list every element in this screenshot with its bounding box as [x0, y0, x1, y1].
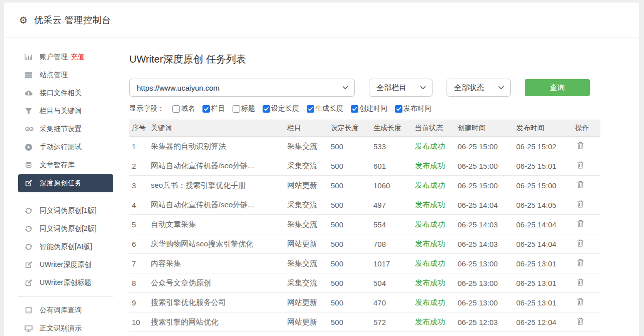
checkbox-checked-icon [263, 105, 270, 113]
table-row: 10搜索引擎的网站优化网站更新500572发布成功06-25 12:0306-2… [129, 312, 600, 332]
sidebar-item-深度原创任务[interactable]: 深度原创任务 [18, 174, 113, 192]
cell-category: 采集交流 [285, 254, 328, 273]
cell-published: 06-25 14:05 [514, 195, 573, 215]
cell-created: 06-25 15:00 [455, 137, 514, 156]
delete-task-button[interactable] [576, 200, 584, 210]
cell-status: 发布成功 [412, 195, 455, 215]
cell-actions [573, 293, 600, 312]
cell-published: 06-25 14:04 [514, 234, 573, 254]
sidebar-item-label: 公有词库查询 [40, 306, 82, 315]
cell-no: 1 [129, 137, 148, 156]
sidebar-item-label: 栏目与关键词 [40, 107, 82, 116]
cell-no: 7 [129, 254, 148, 273]
cell-set_len: 500 [328, 293, 371, 312]
status-select[interactable]: 全部状态 [447, 79, 511, 97]
sidebar-item-栏目与关键词[interactable]: 栏目与关键词 [18, 102, 113, 120]
sidebar-item-文章暂存库[interactable]: 文章暂存库 [18, 156, 113, 174]
delete-task-button[interactable] [576, 141, 584, 151]
delete-task-button[interactable] [576, 297, 584, 307]
cell-keyword: 内容采集 [148, 254, 285, 273]
sidebar-item-账户管理[interactable]: 账户管理充值 [18, 48, 113, 66]
column-header-创建时间: 创建时间 [455, 120, 514, 137]
edit-icon [24, 261, 33, 269]
refresh-icon [24, 243, 33, 251]
monitor-icon [24, 324, 33, 333]
database-icon [24, 161, 33, 170]
delete-task-button[interactable] [576, 180, 584, 190]
table-row: 1采集器的自动识别算法采集交流500533发布成功06-25 15:0006-2… [129, 137, 600, 156]
trash-icon [576, 297, 584, 307]
field-checkbox-设定长度[interactable]: 设定长度 [263, 104, 299, 113]
sidebar-item-手动运行测试[interactable]: 手动运行测试 [18, 138, 113, 156]
cell-published: 06-25 15:01 [514, 156, 573, 176]
delete-task-button[interactable] [576, 317, 584, 327]
table-row: 3seo兵书：搜索引擎优化手册网站更新5001060发布成功06-25 15:0… [129, 176, 600, 195]
trash-icon [576, 219, 584, 229]
book-icon [24, 306, 33, 315]
sidebar-item-正文识别演示[interactable]: 正文识别演示 [18, 319, 113, 336]
cell-no: 10 [129, 312, 148, 332]
sidebar-item-同义词伪原创[1版][interactable]: 同义词伪原创[1版] [18, 202, 113, 220]
category-select-value: 全部栏目 [376, 83, 406, 93]
field-checkbox-label: 标题 [241, 104, 255, 113]
cell-gen_len: 497 [371, 195, 412, 215]
cell-category: 网站更新 [285, 234, 328, 254]
edit-icon [24, 179, 33, 188]
trash-icon [576, 200, 584, 210]
main-content: UWriter深度原创 任务列表 https://www.ucaiyun.com… [124, 38, 639, 336]
cell-gen_len: 533 [371, 137, 412, 156]
sidebar-item-label: 同义词伪原创[2版] [40, 224, 97, 233]
delete-task-button[interactable] [576, 239, 584, 249]
cell-status: 发布成功 [412, 176, 455, 195]
delete-task-button[interactable] [576, 258, 584, 268]
table-row: 2网站自动化宣传机器/seo外链...采集交流500601发布成功06-25 1… [129, 156, 600, 176]
column-header-当前状态: 当前状态 [412, 120, 455, 137]
cell-created: 06-25 14:03 [455, 215, 514, 234]
sidebar-item-label: 同义词伪原创[1版] [40, 206, 97, 215]
cell-set_len: 500 [328, 156, 371, 176]
sidebar-item-智能伪原创[AI版][interactable]: 智能伪原创[AI版] [18, 238, 113, 256]
field-checkbox-label: 发布时间 [403, 104, 432, 113]
sidebar-item-label: UWriter原创标题 [40, 278, 91, 287]
field-checkbox-list: 域名栏目标题设定长度生成长度创建时间发布时间 [172, 104, 439, 113]
sidebar-item-UWriter原创标题[interactable]: UWriter原创标题 [18, 274, 113, 292]
cell-created: 06-25 13:00 [455, 293, 514, 312]
cell-no: 3 [129, 176, 148, 195]
delete-task-button[interactable] [576, 219, 584, 229]
cell-no: 9 [129, 293, 148, 312]
field-checkbox-栏目[interactable]: 栏目 [202, 104, 225, 113]
sidebar-item-采集细节设置[interactable]: ⚙⚙采集细节设置 [18, 120, 113, 138]
query-button[interactable]: 查询 [525, 79, 590, 96]
cell-set_len: 500 [328, 312, 371, 332]
cloud-upload-icon [24, 89, 33, 98]
task-table: 序号关键词栏目设定长度生成长度当前状态创建时间发布时间操作 1采集器的自动识别算… [129, 120, 600, 332]
field-checkbox-发布时间[interactable]: 发布时间 [395, 104, 432, 113]
site-select[interactable]: https://www.ucaiyun.com [129, 79, 355, 97]
field-checkbox-域名[interactable]: 域名 [172, 104, 195, 113]
cell-category: 采集交流 [285, 156, 328, 176]
cell-published: 06-25 13:01 [514, 293, 573, 312]
cell-keyword: 搜索引擎优化服务公司 [148, 293, 285, 312]
field-checkbox-生成长度[interactable]: 生成长度 [307, 104, 343, 113]
delete-task-button[interactable] [576, 278, 584, 288]
sidebar-item-接口文件相关[interactable]: 接口文件相关 [18, 84, 113, 102]
cell-created: 06-25 12:03 [455, 312, 514, 332]
table-row: 7内容采集采集交流5001017发布成功06-25 13:0006-25 13:… [129, 254, 600, 273]
delete-task-button[interactable] [576, 161, 584, 171]
sidebar-item-UWriter深度原创[interactable]: UWriter深度原创 [18, 256, 113, 274]
checkbox-unchecked-icon [172, 105, 180, 113]
field-checkbox-创建时间[interactable]: 创建时间 [351, 104, 387, 113]
sidebar-divider [18, 197, 113, 197]
field-checkbox-标题[interactable]: 标题 [233, 104, 255, 113]
sidebar: 账户管理充值站点管理接口文件相关栏目与关键词⚙⚙采集细节设置手动运行测试文章暂存… [4, 38, 124, 336]
sidebar-item-同义词伪原创[2版][interactable]: 同义词伪原创[2版] [18, 220, 113, 238]
cell-created: 06-25 14:04 [455, 195, 514, 215]
sidebar-item-站点管理[interactable]: 站点管理 [18, 66, 113, 84]
sidebar-item-公有词库查询[interactable]: 公有词库查询 [18, 301, 113, 319]
category-select[interactable]: 全部栏目 [369, 79, 433, 97]
recharge-link[interactable]: 充值 [71, 53, 85, 62]
cell-set_len: 500 [328, 195, 371, 215]
field-checkbox-label: 生成长度 [315, 104, 343, 113]
cell-no: 8 [129, 273, 148, 293]
cell-actions [573, 215, 600, 234]
